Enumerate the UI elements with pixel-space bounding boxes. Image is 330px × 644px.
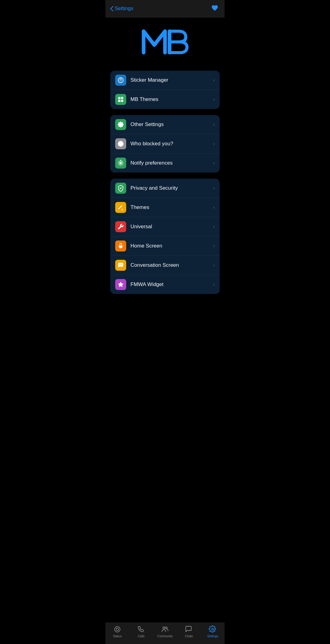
chevron-icon: › — [213, 205, 215, 210]
themes-box-icon — [115, 94, 126, 105]
group-sticker-themes: Sticker Manager › MB Themes › — [110, 71, 220, 109]
main-content: Sticker Manager › MB Themes › — [105, 17, 225, 328]
other-settings-item[interactable]: Other Settings › — [110, 115, 220, 134]
wrench-icon — [115, 221, 126, 232]
svg-rect-5 — [121, 100, 123, 102]
svg-rect-3 — [121, 97, 123, 99]
chevron-icon: › — [213, 243, 215, 249]
who-blocked-item[interactable]: Who blocked you? › — [110, 134, 220, 154]
sticker-manager-item[interactable]: Sticker Manager › — [110, 71, 220, 90]
notify-preferences-item[interactable]: Notify preferences › — [110, 154, 220, 173]
fmwa-widget-label: FMWA Widget — [130, 281, 213, 288]
shield-icon — [115, 183, 126, 194]
universal-label: Universal — [130, 224, 213, 230]
logo-area — [105, 17, 225, 71]
themes-item[interactable]: Themes › — [110, 198, 220, 217]
chevron-icon: › — [213, 97, 215, 102]
home-screen-label: Home Screen — [130, 243, 213, 249]
themes-label: Themes — [130, 204, 213, 210]
finger-icon — [115, 240, 126, 251]
chevron-icon: › — [213, 141, 215, 147]
mb-themes-label: MB Themes — [130, 96, 213, 102]
chat-bubble-icon — [115, 260, 126, 271]
chevron-icon: › — [213, 185, 215, 191]
svg-rect-4 — [118, 100, 120, 102]
svg-point-10 — [120, 264, 121, 265]
group-settings: Other Settings › Who blocked you? › — [110, 115, 220, 173]
gear-icon — [115, 119, 126, 130]
privacy-security-label: Privacy and Security — [130, 185, 213, 191]
other-settings-label: Other Settings — [130, 121, 213, 128]
svg-rect-8 — [121, 209, 123, 210]
svg-point-11 — [122, 264, 122, 265]
svg-point-9 — [119, 264, 120, 265]
chevron-icon: › — [213, 262, 215, 268]
notify-preferences-label: Notify preferences — [130, 160, 213, 166]
who-blocked-label: Who blocked you? — [130, 141, 213, 147]
block-icon — [115, 138, 126, 149]
home-screen-item[interactable]: Home Screen › — [110, 236, 220, 256]
star-icon — [115, 279, 126, 290]
chevron-icon: › — [213, 77, 215, 83]
conversation-screen-item[interactable]: Conversation Screen › — [110, 256, 220, 275]
chevron-icon: › — [213, 122, 215, 127]
fmwa-widget-item[interactable]: FMWA Widget › — [110, 275, 220, 294]
privacy-security-item[interactable]: Privacy and Security › — [110, 179, 220, 198]
mb-themes-item[interactable]: MB Themes › — [110, 90, 220, 109]
universal-item[interactable]: Universal › — [110, 217, 220, 236]
chevron-icon: › — [213, 160, 215, 166]
svg-rect-2 — [118, 97, 120, 99]
conversation-screen-label: Conversation Screen — [130, 262, 213, 268]
heart-icon[interactable] — [211, 4, 218, 13]
sticker-manager-label: Sticker Manager — [130, 77, 213, 83]
sticker-icon — [115, 75, 126, 86]
app-logo — [141, 27, 189, 61]
back-label: Settings — [115, 6, 133, 12]
chevron-icon: › — [213, 282, 215, 287]
chevron-icon: › — [213, 224, 215, 229]
group-main-settings: Privacy and Security › Themes › Universa… — [110, 179, 220, 294]
paint-icon — [115, 202, 126, 213]
header: Settings — [105, 0, 225, 17]
back-button[interactable]: Settings — [110, 6, 133, 12]
notify-gear-icon — [115, 158, 126, 169]
